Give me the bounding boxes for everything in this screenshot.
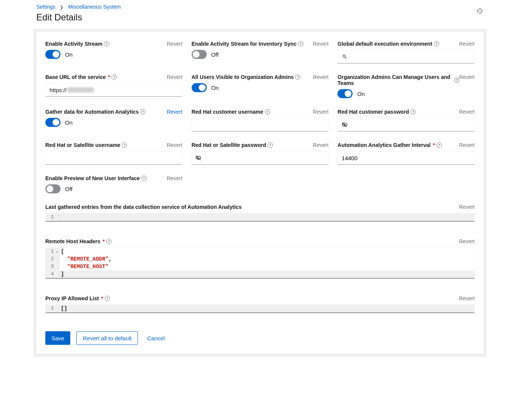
toggle-value: On — [211, 85, 219, 91]
help-icon[interactable]: ? — [105, 296, 110, 301]
label-last-gathered: Last gathered entries from the data coll… — [45, 204, 241, 210]
help-icon[interactable]: ? — [141, 176, 147, 181]
revert-all-users[interactable]: Revert — [313, 74, 328, 80]
toggle-value: Off — [211, 51, 219, 58]
breadcrumb: Settings ❯ Miscellaneous System — [36, 4, 484, 10]
edit-form-card: Enable Activity Stream ? Revert On Enabl… — [36, 32, 484, 354]
chevron-right-icon: ❯ — [60, 5, 63, 10]
field-base-url: Base URL of the service* ? Revert https:… — [45, 74, 183, 98]
input-sat-user[interactable] — [45, 151, 183, 165]
field-activity-stream: Enable Activity Stream ? Revert On — [45, 41, 183, 63]
code-last-gathered[interactable]: 1 — [45, 213, 475, 222]
input-base-url[interactable]: https:// — [45, 83, 183, 97]
field-interval: Automation Analytics Gather Interval* ? … — [337, 142, 475, 165]
help-icon[interactable]: ? — [434, 41, 439, 46]
toggle-value: On — [65, 119, 73, 126]
field-sat-pass: Red Hat or Satellite password ? Revert — [192, 142, 329, 165]
revert-preview[interactable]: Revert — [167, 175, 182, 181]
code-proxy[interactable]: 1[] — [45, 304, 475, 313]
label-remote-host: Remote Host Headers — [45, 238, 101, 244]
help-icon[interactable]: ? — [106, 239, 111, 244]
toggle-org-admins[interactable] — [337, 89, 353, 98]
help-icon[interactable]: ? — [410, 109, 416, 114]
revert-gather[interactable]: Revert — [167, 109, 182, 115]
revert-last-gathered[interactable]: Revert — [459, 204, 475, 210]
toggle-value: Off — [65, 186, 73, 192]
toggle-gather[interactable] — [45, 118, 60, 127]
field-remote-host: Remote Host Headers* ? Revert 1▾[ 2 "REM… — [45, 238, 475, 279]
label-org-admins: Organization Admins Can Manage Users and… — [337, 74, 453, 86]
label-rh-pass: Red Hat customer password — [337, 109, 409, 115]
label-base-url: Base URL of the service — [45, 74, 106, 80]
toggle-preview[interactable] — [45, 184, 60, 193]
label-all-users: All Users Visible to Organization Admins — [192, 74, 294, 80]
label-interval: Automation Analytics Gather Interval — [337, 142, 430, 148]
field-rh-pass: Red Hat customer password ? Revert — [337, 109, 475, 131]
help-icon[interactable]: ? — [436, 142, 442, 148]
field-global-exec: Global default execution environment ? R… — [337, 41, 475, 63]
field-rh-user: Red Hat customer username ? Revert — [192, 109, 329, 131]
eye-slash-icon[interactable] — [192, 151, 205, 165]
field-gather: Gather data for Automation Analytics ? R… — [45, 109, 183, 131]
field-proxy: Proxy IP Allowed List* ? Revert 1[] — [45, 295, 475, 313]
revert-rh-user[interactable]: Revert — [313, 109, 328, 115]
input-interval[interactable] — [337, 151, 475, 165]
help-icon[interactable]: ? — [140, 109, 145, 114]
revert-all-button[interactable]: Revert all to default — [76, 331, 138, 345]
revert-org-admins[interactable]: Revert — [459, 74, 475, 80]
toggle-value: On — [65, 51, 73, 58]
search-icon[interactable] — [337, 50, 351, 63]
save-button[interactable]: Save — [45, 331, 70, 345]
help-icon[interactable]: ? — [298, 41, 303, 46]
history-icon[interactable] — [476, 8, 483, 14]
input-rh-pass[interactable] — [351, 118, 475, 131]
page-title: Edit Details — [36, 12, 484, 23]
revert-sat-pass[interactable]: Revert — [313, 142, 328, 148]
toggle-activity-stream[interactable] — [45, 50, 60, 59]
toggle-value: On — [357, 91, 365, 97]
revert-proxy[interactable]: Revert — [459, 295, 475, 301]
revert-rh-pass[interactable]: Revert — [459, 109, 475, 115]
breadcrumb-settings[interactable]: Settings — [36, 4, 56, 10]
redacted-text — [67, 87, 94, 93]
field-preview: Enable Preview of New User Interface ? R… — [45, 175, 183, 193]
field-activity-stream-inv: Enable Activity Stream for Inventory Syn… — [192, 41, 329, 63]
field-last-gathered: Last gathered entries from the data coll… — [45, 204, 475, 222]
toggle-activity-stream-inv[interactable] — [192, 50, 207, 59]
label-global-exec: Global default execution environment — [337, 41, 432, 47]
label-sat-user: Red Hat or Satellite username — [45, 142, 120, 148]
revert-global-exec[interactable]: Revert — [459, 41, 475, 47]
help-icon[interactable]: ? — [265, 109, 270, 114]
input-rh-user[interactable] — [192, 118, 329, 131]
eye-slash-icon[interactable] — [337, 118, 351, 131]
toggle-all-users[interactable] — [192, 83, 207, 92]
field-sat-user: Red Hat or Satellite username ? Revert — [45, 142, 183, 165]
help-icon[interactable]: ? — [268, 142, 273, 148]
input-sat-pass[interactable] — [205, 151, 329, 165]
help-icon[interactable]: ? — [104, 41, 109, 46]
field-org-admins: Organization Admins Can Manage Users and… — [337, 74, 475, 98]
revert-base-url[interactable]: Revert — [167, 74, 182, 80]
help-icon[interactable]: ? — [295, 74, 300, 80]
label-preview: Enable Preview of New User Interface — [45, 175, 140, 181]
help-icon[interactable]: ? — [122, 142, 127, 148]
revert-sat-user[interactable]: Revert — [167, 142, 182, 148]
code-remote-host[interactable]: 1▾[ 2 "REMOTE_ADDR", 3 "REMOTE_HOST" 4] — [45, 247, 475, 279]
revert-activity-stream[interactable]: Revert — [167, 41, 182, 47]
label-activity-stream-inv: Enable Activity Stream for Inventory Syn… — [192, 41, 297, 47]
revert-interval[interactable]: Revert — [459, 142, 475, 148]
help-icon[interactable]: ? — [454, 77, 459, 83]
label-proxy: Proxy IP Allowed List — [45, 295, 99, 301]
field-all-users: All Users Visible to Organization Admins… — [192, 74, 329, 98]
revert-activity-stream-inv[interactable]: Revert — [313, 41, 328, 47]
label-rh-user: Red Hat customer username — [192, 109, 263, 115]
help-icon[interactable]: ? — [111, 74, 117, 80]
input-global-exec[interactable] — [351, 50, 475, 63]
cancel-button[interactable]: Cancel — [144, 331, 168, 345]
label-activity-stream: Enable Activity Stream — [45, 41, 102, 47]
breadcrumb-misc-system[interactable]: Miscellaneous System — [68, 4, 121, 10]
revert-remote-host[interactable]: Revert — [459, 238, 475, 244]
label-sat-pass: Red Hat or Satellite password — [192, 142, 266, 148]
label-gather: Gather data for Automation Analytics — [45, 109, 139, 115]
